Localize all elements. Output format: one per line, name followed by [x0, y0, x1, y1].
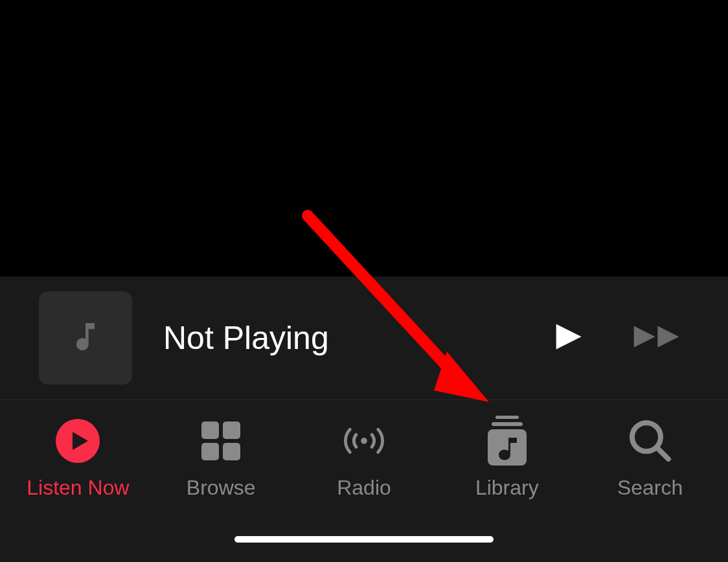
content-area: [0, 0, 728, 276]
fast-forward-icon: [631, 321, 688, 355]
svg-rect-4: [223, 443, 240, 460]
search-icon: [627, 418, 674, 464]
tab-label: Browse: [187, 476, 256, 500]
tab-label: Radio: [337, 476, 391, 500]
playback-controls: [548, 319, 689, 357]
tab-bar: Listen Now Browse Radio: [0, 400, 728, 517]
svg-rect-6: [495, 416, 519, 419]
tab-label: Library: [475, 476, 539, 500]
next-track-button[interactable]: [631, 319, 689, 357]
tab-listen-now[interactable]: Listen Now: [6, 418, 150, 500]
tab-library[interactable]: Library: [435, 418, 578, 500]
album-art-placeholder: [39, 291, 132, 385]
home-indicator[interactable]: [234, 536, 494, 543]
svg-point-5: [361, 438, 367, 444]
tab-label: Listen Now: [27, 476, 129, 500]
tab-search[interactable]: Search: [578, 418, 722, 500]
listen-now-icon: [54, 418, 101, 464]
svg-rect-8: [488, 429, 527, 466]
browse-icon: [198, 418, 244, 464]
play-button[interactable]: [548, 319, 587, 357]
play-icon: [551, 320, 584, 356]
library-icon: [484, 418, 530, 464]
now-playing-status: Not Playing: [163, 319, 548, 357]
home-indicator-area: [0, 517, 728, 562]
svg-line-10: [658, 449, 668, 459]
svg-rect-2: [223, 422, 240, 439]
tab-browse[interactable]: Browse: [150, 418, 293, 500]
svg-rect-1: [201, 422, 219, 439]
svg-rect-3: [201, 443, 219, 460]
music-note-icon: [67, 319, 104, 357]
now-playing-bar[interactable]: Not Playing: [0, 276, 728, 400]
svg-rect-7: [492, 422, 523, 426]
tab-label: Search: [617, 476, 683, 500]
radio-icon: [341, 418, 387, 464]
tab-radio[interactable]: Radio: [293, 418, 436, 500]
